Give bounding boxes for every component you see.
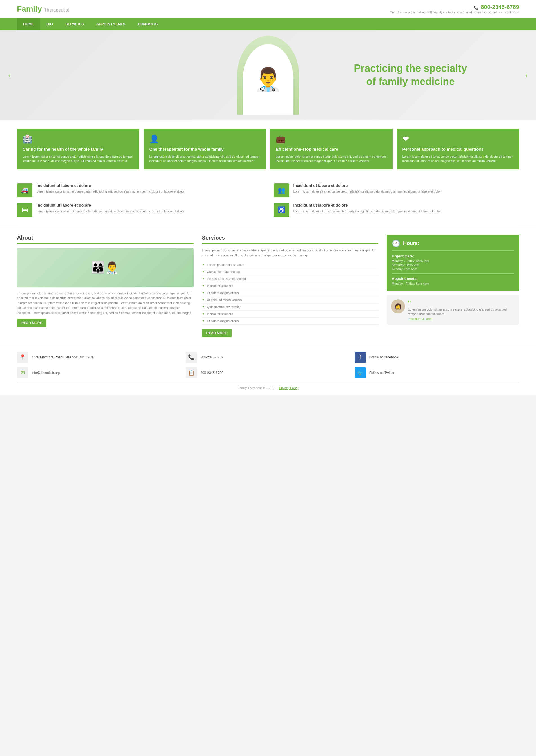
feature-text-4: Lorem ipsum dolor sit amet conse ctetur … [402,154,514,164]
service-content-1: Incididunt ut labore et dolore Lorem ips… [37,183,185,194]
footer-address-text: 4578 Marmora Road, Glasgow D04 89GR [32,355,94,359]
feature-text-1: Lorem ipsum dolor sit amet conse ctetur … [22,154,134,164]
urgent-saturday: Saturday: 8am-5pm [392,263,514,267]
logo-family: Family [17,5,42,13]
feature-title-2: One therapeutist for the whole family [149,146,260,152]
service-list-item-1: Lorem ipsum dolor sit amet [202,261,379,268]
service-list-item-7: Quia nostrud exercitation [202,303,379,311]
service-list-item-5: Et dolore magna aliqua [202,290,379,297]
feature-text-2: Lorem ipsum dolor sit amet conse ctetur … [149,154,260,164]
hours-card: 🕐 Hours: Urgent Care: Monday - Friday: 8… [387,235,519,291]
testimonial-link[interactable]: Incididunt ut labor [408,317,432,320]
header: Family Therapeutist 📞 800-2345-6789 One … [0,0,536,18]
about-read-more-button[interactable]: READ MORE [17,319,47,327]
next-arrow[interactable]: › [522,68,530,82]
feature-card-4: ❤ Personal approach to medical questions… [397,129,519,169]
footer-address-item: 📍 4578 Marmora Road, Glasgow D04 89GR [17,352,182,363]
feature-card-3: 💼 Efficient one-stop medical care Lorem … [270,129,393,169]
services-intro: Lorem ipsum dolor sit amet conse ctetur … [202,248,379,258]
person-icon: 👤 [149,134,260,143]
footer-facebook-item: f Follow on facebook [354,352,519,363]
feature-text-3: Lorem ipsum dolor sit amet conse ctetur … [276,154,387,164]
services-read-more-button[interactable]: READ MORE [202,329,231,337]
phone-line: 📞 800-2345-6789 [390,4,519,11]
footer-phone1-text: 800-2345-6789 [200,355,223,359]
logo-therapist: Therapeutist [44,8,69,13]
testimonial-avatar: 👩 [391,299,405,313]
nav: HOME BIO SERVICES APPOINTMENTS CONTACTS [0,18,536,30]
twitter-icon: 🐦 [354,367,366,378]
email-icon: ✉ [17,367,28,378]
phone2-icon: 📋 [185,367,197,378]
doctor-body: 👨‍⚕️ [243,44,293,114]
about-text: Lorem ipsum dolor sit amet conse ctetur … [17,291,193,316]
ambulance-icon: 🚑 [17,183,32,197]
about-column: About 👨‍👩‍👦👨‍⚕️ Lorem ipsum dolor sit am… [17,235,193,337]
phone-icon: 📞 [474,6,478,10]
testimonial-card: 👩 " Lorem ipsum dolor sit amet conse cte… [387,295,519,325]
group-icon: 👥 [274,183,289,197]
service-text-4: Lorem ipsum dolor sit amet conse ctetur … [293,209,442,214]
hero-text: Practicing the specialty of family medic… [308,62,514,88]
wheelchair-icon: ♿ [274,203,289,217]
testimonial-text: Lorem ipsum dolor sit amet conse ctetur … [408,307,515,316]
footer-phone1-item: 📞 800-2345-6789 [185,352,350,363]
service-content-4: Incididunt ut labore et dolore Lorem ips… [293,203,442,214]
testimonial-content: " Lorem ipsum dolor sit amet conse ctetu… [408,299,515,321]
service-list-item-4: Incididunt ut labore [202,282,379,290]
service-title-4: Incididunt ut labore et dolore [293,203,442,207]
quote-mark: " [408,299,411,307]
footer-twitter-item: 🐦 Follow on Twitter [354,367,519,378]
phone1-icon: 📞 [185,352,197,363]
urgent-sunday: Sunday: 1pm-5pm [392,267,514,270]
features-section: 🏥 Caring for the health of the whole fam… [0,120,536,178]
feature-title-3: Efficient one-stop medical care [276,146,387,152]
phone-number: 800-2345-6789 [481,4,519,10]
logo: Family Therapeutist [17,5,69,14]
bed-icon: 🛏 [17,203,32,217]
services-grid: 🚑 Incididunt ut labore et dolore Lorem i… [0,178,536,226]
service-text-1: Lorem ipsum dolor sit amet conse ctetur … [37,189,185,194]
service-title-3: Incididunt ut labore et dolore [37,203,185,207]
appointments-title: Appointments: [392,276,514,281]
hours-header: 🕐 Hours: [392,239,514,251]
nav-appointments[interactable]: APPOINTMENTS [90,18,132,30]
services-column: Services Lorem ipsum dolor sit amet cons… [202,235,379,337]
footer-twitter-text: Follow on Twitter [369,371,395,375]
nav-home[interactable]: HOME [17,18,40,30]
footer-phone2-item: 📋 800-2345-6790 [185,367,350,378]
nav-contacts[interactable]: CONTACTS [132,18,164,30]
hero-title: Practicing the specialty of family medic… [308,62,514,88]
prev-arrow[interactable]: ‹ [6,68,14,82]
service-list-item-3: Elit sed do eiusamod tempor [202,275,379,282]
service-list-item-6: Ut enim ad minim veniam [202,297,379,303]
privacy-link[interactable]: Privacy Policy [279,386,298,390]
urgent-mon-fri: Monday - Friday: 8am-7pm [392,259,514,263]
about-image: 👨‍👩‍👦👨‍⚕️ [17,248,193,288]
service-content-2: Incididunt ut labore et dolore Lorem ips… [293,183,442,194]
nav-services[interactable]: SERVICES [59,18,90,30]
heart-icon: ❤ [402,134,514,143]
about-title: About [17,235,193,244]
hero-section: ‹ 👨‍⚕️ Practicing the specialty of famil… [0,30,536,120]
feature-card-2: 👤 One therapeutist for the whole family … [144,129,266,169]
medical-bag-icon: 💼 [276,134,387,143]
clock-icon: 🕐 [392,239,400,247]
service-content-3: Incididunt ut labore et dolore Lorem ips… [37,203,185,214]
feature-title-1: Caring for the health of the whole famil… [22,146,134,152]
feature-card-1: 🏥 Caring for the health of the whole fam… [17,129,139,169]
service-text-2: Lorem ipsum dolor sit amet conse ctetur … [293,189,442,194]
service-title-2: Incididunt ut labore et dolore [293,183,442,188]
nav-bio[interactable]: BIO [40,18,59,30]
services-title: Services [202,235,379,244]
service-item-3: 🛏 Incididunt ut labore et dolore Lorem i… [17,203,262,217]
service-title-1: Incididunt ut labore et dolore [37,183,185,188]
location-icon: 📍 [17,352,28,363]
footer-email-text: info@demolink.org [32,371,60,375]
facebook-icon: f [354,352,366,363]
footer-facebook-text: Follow on facebook [369,355,398,359]
hospital-icon: 🏥 [22,134,134,143]
copyright-text: Family Therapeutist © 2015. [238,386,277,390]
hours-column: 🕐 Hours: Urgent Care: Monday - Friday: 8… [387,235,519,337]
services-list: Lorem ipsum dolor sit amet Conse ctetur … [202,261,379,325]
